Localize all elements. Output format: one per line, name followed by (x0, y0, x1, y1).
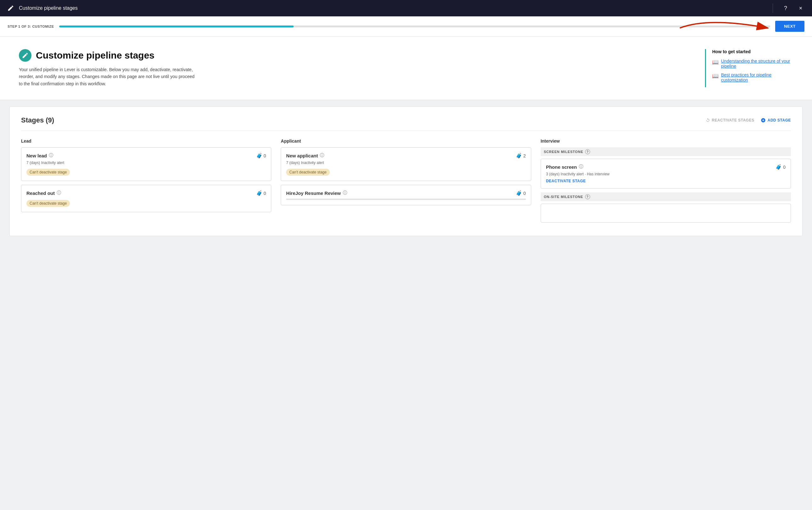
count-value: 0 (783, 165, 786, 170)
help-button[interactable]: ? (781, 3, 791, 13)
stages-actions: REACTIVATE STAGES ADD STAGE (706, 118, 791, 123)
cant-deactivate-badge: Can't deactivate stage (286, 169, 329, 176)
reactivate-icon (706, 118, 710, 122)
table-row (541, 204, 791, 223)
table-row: Phone screen ⓘ 🧳 0 3 (days) Inactivity a… (541, 159, 791, 189)
briefcase-icon: 🧳 (256, 153, 262, 159)
stages-section: Stages (9) REACTIVATE STAGES ADD STAGE L… (9, 106, 803, 236)
header-title: Customize pipeline stages (19, 5, 78, 11)
info-icon[interactable]: ⓘ (49, 153, 53, 158)
title-icon (19, 49, 31, 62)
table-row: New applicant ⓘ 🧳 2 7 (days) Inactivity … (281, 147, 531, 181)
stages-title: Stages (9) (21, 116, 54, 124)
main-content: Customize pipeline stages Your unified p… (0, 36, 812, 100)
app-header: Customize pipeline stages ? × (0, 0, 812, 17)
add-stage-button[interactable]: ADD STAGE (761, 118, 791, 123)
reactivate-stages-button[interactable]: REACTIVATE STAGES (706, 118, 754, 122)
briefcase-icon: 🧳 (516, 190, 522, 196)
count-value: 0 (264, 153, 266, 158)
stage-count: 🧳 0 (256, 190, 266, 196)
progress-fill (59, 26, 294, 27)
header-actions: ? × (770, 3, 806, 13)
info-icon[interactable]: ⓘ (57, 190, 61, 196)
stage-card-header: Reached out ⓘ 🧳 0 (26, 190, 266, 196)
briefcase-icon: 🧳 (516, 153, 522, 159)
deactivate-stage-link[interactable]: DEACTIVATE STAGE (546, 179, 786, 183)
stages-header: Stages (9) REACTIVATE STAGES ADD STAGE (21, 116, 791, 131)
stage-name: New lead ⓘ (26, 153, 53, 158)
stage-card-header: HireJoy Resume Review ⓘ 🧳 0 (286, 190, 526, 196)
interview-column-label: Interview (541, 139, 791, 144)
onsite-milestone-label: ON-SITE MILESTONE ? (541, 192, 791, 201)
book-icon-2: 📖 (712, 73, 719, 79)
applicant-column: Applicant New applicant ⓘ 🧳 2 7 (days) I… (281, 139, 531, 226)
info-icon[interactable]: ⓘ (320, 153, 324, 158)
stage-count: 🧳 0 (776, 164, 786, 170)
stage-progress-bar (286, 199, 526, 200)
next-button[interactable]: NEXT (775, 21, 805, 32)
help-link-2-text: Best practices for pipeline customizatio… (721, 73, 793, 83)
page-title: Customize pipeline stages (36, 50, 154, 61)
screen-milestone-label: SCREEN MILESTONE ? (541, 147, 791, 156)
close-button[interactable]: × (795, 3, 806, 13)
stage-card-header: New lead ⓘ 🧳 0 (26, 153, 266, 159)
book-icon-1: 📖 (712, 59, 719, 65)
count-value: 0 (523, 191, 526, 196)
add-stage-label: ADD STAGE (767, 118, 791, 122)
stage-name: HireJoy Resume Review ⓘ (286, 190, 347, 196)
onsite-milestone-help-icon[interactable]: ? (585, 194, 590, 199)
briefcase-icon: 🧳 (256, 190, 262, 196)
stage-alert: 3 (days) Inactivity alert · Has intervie… (546, 172, 786, 176)
lead-column: Lead New lead ⓘ 🧳 0 7 (days) Inactivity … (21, 139, 271, 226)
header-divider (773, 3, 773, 13)
table-row: HireJoy Resume Review ⓘ 🧳 0 (281, 185, 531, 205)
count-value: 0 (264, 191, 266, 196)
info-icon[interactable]: ⓘ (579, 164, 583, 170)
briefcase-icon: 🧳 (776, 164, 782, 170)
add-icon (761, 118, 766, 123)
progress-track (59, 26, 771, 27)
screen-milestone-text: SCREEN MILESTONE (544, 150, 583, 153)
arrow-annotation (677, 14, 777, 33)
stage-name: Phone screen ⓘ (546, 164, 583, 170)
page-header: Customize pipeline stages Your unified p… (19, 49, 793, 87)
sidebar-heading: How to get started (712, 49, 793, 54)
page-description: Your unified pipeline in Lever is custom… (19, 66, 195, 87)
stage-alert: 7 (days) Inactivity alert (286, 161, 526, 165)
info-icon[interactable]: ⓘ (343, 190, 347, 196)
stage-name: New applicant ⓘ (286, 153, 324, 158)
stage-name-text: Reached out (26, 191, 55, 196)
table-row: Reached out ⓘ 🧳 0 Can't deactivate stage (21, 185, 271, 212)
page-title-row: Customize pipeline stages (19, 49, 686, 62)
help-link-2[interactable]: 📖 Best practices for pipeline customizat… (712, 73, 793, 83)
step-label: STEP 1 OF 3: CUSTOMIZE (7, 25, 54, 28)
milestone-help-icon[interactable]: ? (585, 149, 590, 154)
stage-alert: 7 (days) Inactivity alert (26, 161, 266, 165)
count-value: 2 (523, 153, 526, 158)
stage-count: 🧳 0 (516, 190, 526, 196)
progress-area: STEP 1 OF 3: CUSTOMIZE NEXT (0, 17, 812, 36)
cant-deactivate-badge: Can't deactivate stage (26, 200, 70, 207)
lead-column-label: Lead (21, 139, 271, 144)
stage-name-text: Phone screen (546, 164, 577, 170)
reactivate-label: REACTIVATE STAGES (712, 118, 754, 122)
table-row: New lead ⓘ 🧳 0 7 (days) Inactivity alert… (21, 147, 271, 181)
stage-name-text: New applicant (286, 153, 318, 158)
stages-grid: Lead New lead ⓘ 🧳 0 7 (days) Inactivity … (21, 139, 791, 226)
stage-name-text: New lead (26, 153, 47, 158)
help-link-1-text: Understanding the structure of your pipe… (721, 59, 793, 68)
interview-column: Interview SCREEN MILESTONE ? Phone scree… (541, 139, 791, 226)
onsite-milestone-text: ON-SITE MILESTONE (544, 195, 583, 199)
stage-count: 🧳 2 (516, 153, 526, 159)
app-logo-icon (6, 4, 15, 12)
stage-name: Reached out ⓘ (26, 190, 61, 196)
help-link-1[interactable]: 📖 Understanding the structure of your pi… (712, 59, 793, 68)
sidebar-help: How to get started 📖 Understanding the s… (705, 49, 793, 87)
stage-count: 🧳 0 (256, 153, 266, 159)
cant-deactivate-badge: Can't deactivate stage (26, 169, 70, 176)
stage-card-header: New applicant ⓘ 🧳 2 (286, 153, 526, 159)
page-header-left: Customize pipeline stages Your unified p… (19, 49, 686, 87)
applicant-column-label: Applicant (281, 139, 531, 144)
stage-name-text: HireJoy Resume Review (286, 191, 341, 196)
stage-card-header: Phone screen ⓘ 🧳 0 (546, 164, 786, 170)
